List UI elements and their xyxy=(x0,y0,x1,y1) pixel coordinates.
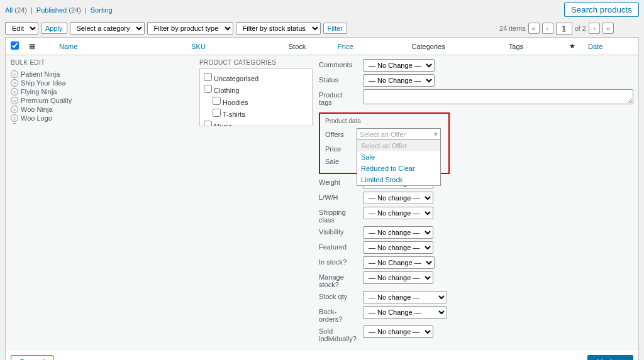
bulk-selected-item[interactable]: ×Woo Album #4 xyxy=(11,123,193,124)
bulk-field-select[interactable]: — No change — xyxy=(363,291,447,303)
bulk-field-label: Sold individually? xyxy=(319,325,357,342)
stock-status-filter-select[interactable]: Filter by stock status xyxy=(236,22,321,35)
view-filters: All (24) | Published (24) | Sorting xyxy=(5,6,113,14)
prev-page-button[interactable]: ‹ xyxy=(542,23,553,34)
remove-icon[interactable]: × xyxy=(11,123,18,124)
tags-label: Product tags xyxy=(319,89,357,106)
current-page-input[interactable] xyxy=(556,23,572,35)
bulk-selected-label: Flying Ninja xyxy=(21,88,57,95)
col-thumbnail: ▦ xyxy=(24,38,54,55)
product-data-box: Product data Offers Select an Offer ▾ Se… xyxy=(319,112,450,174)
bulk-field-select[interactable]: — No change — xyxy=(363,226,433,239)
total-pages: of 2 xyxy=(575,25,586,32)
bulk-selected-label: Woo Album #4 xyxy=(21,123,65,124)
col-price[interactable]: Price xyxy=(338,43,353,50)
bulk-selected-label: Ship Your Idea xyxy=(21,79,66,87)
price-label: Price xyxy=(325,145,350,153)
cancel-button[interactable]: Cancel xyxy=(11,355,53,360)
bulk-field-label: In stock? xyxy=(319,256,357,266)
col-categories: Categories xyxy=(406,38,503,55)
cat-music[interactable]: Music xyxy=(204,119,308,126)
tags-textarea[interactable] xyxy=(363,89,633,104)
bulk-action-select[interactable]: Edit xyxy=(5,22,38,35)
remove-icon[interactable]: × xyxy=(11,106,18,113)
bulk-field-label: Weight xyxy=(319,177,357,186)
offers-select[interactable]: Select an Offer ▾ xyxy=(357,128,441,140)
items-count: 24 items xyxy=(499,25,526,32)
bulk-selected-label: Woo Ninja xyxy=(21,106,53,113)
remove-icon[interactable]: × xyxy=(11,70,18,78)
search-products-button[interactable]: Search products xyxy=(564,3,639,17)
chevron-down-icon: ▾ xyxy=(434,130,438,138)
bulk-selected-item[interactable]: ×Premium Quality xyxy=(11,96,193,105)
bulk-field-label: Manage stock? xyxy=(319,271,357,288)
first-page-button[interactable]: « xyxy=(528,23,540,34)
filter-published[interactable]: Published xyxy=(36,6,67,14)
offers-option-reduced[interactable]: Reduced to Clear xyxy=(357,163,440,174)
update-button[interactable]: Update xyxy=(587,355,633,360)
remove-icon[interactable]: × xyxy=(11,97,18,104)
bulk-selected-item[interactable]: ×Woo Logo xyxy=(11,114,193,123)
bulk-selected-list: ×Patient Ninja×Ship Your Idea×Flying Nin… xyxy=(11,68,193,124)
col-stock: Stock xyxy=(284,38,333,55)
cat-hoodies[interactable]: Hoodies xyxy=(204,95,308,107)
bulk-selected-item[interactable]: ×Patient Ninja xyxy=(11,70,193,79)
bulk-field-label: L/W/H xyxy=(319,192,357,201)
bulk-field-select[interactable]: — No change — xyxy=(363,241,433,254)
filter-all-count: (24) xyxy=(14,6,27,14)
bulk-field-label: Back-orders? xyxy=(319,306,357,323)
offers-dropdown: Select an Offer Sale Reduced to Clear Li… xyxy=(357,139,441,186)
col-sku[interactable]: SKU xyxy=(191,43,206,50)
remove-icon[interactable]: × xyxy=(11,79,18,87)
filter-all[interactable]: All xyxy=(5,6,13,14)
remove-icon[interactable]: × xyxy=(11,114,18,122)
filter-sorting[interactable]: Sorting xyxy=(91,6,113,14)
bulk-field-select[interactable]: — No change — xyxy=(363,325,433,338)
sale-label: Sale xyxy=(325,158,350,165)
offers-label: Offers xyxy=(325,131,350,138)
select-all-checkbox[interactable] xyxy=(11,41,19,50)
bulk-selected-label: Premium Quality xyxy=(21,97,72,104)
bulk-selected-item[interactable]: ×Flying Ninja xyxy=(11,87,193,96)
product-type-filter-select[interactable]: Filter by product type xyxy=(147,22,233,35)
col-date[interactable]: Date xyxy=(588,43,602,50)
cat-clothing[interactable]: Clothing xyxy=(204,84,308,95)
col-tags: Tags xyxy=(504,38,564,55)
bulk-field-select[interactable]: — No change — xyxy=(363,207,433,219)
bulk-field-label: Shipping class xyxy=(319,207,357,224)
col-featured: ★ xyxy=(564,38,583,55)
bulk-field-label: Stock qty xyxy=(319,291,357,300)
product-data-header: Product data xyxy=(325,117,443,124)
next-page-button[interactable]: › xyxy=(589,23,600,34)
last-page-button[interactable]: » xyxy=(602,23,614,34)
cat-uncategorised[interactable]: Uncategorised xyxy=(204,72,308,84)
comments-select[interactable]: — No Change — xyxy=(363,59,435,72)
bulk-field-label: Visibility xyxy=(319,226,357,236)
bulk-field-select[interactable]: — No Change — xyxy=(363,256,435,269)
cat-tshirts[interactable]: T-shirts xyxy=(204,107,308,119)
bulk-selected-label: Woo Logo xyxy=(21,114,52,122)
status-label: Status xyxy=(319,74,357,84)
status-select[interactable]: — No Change — xyxy=(363,74,435,87)
remove-icon[interactable]: × xyxy=(11,88,18,95)
bulk-field-select[interactable]: — No change — xyxy=(363,192,433,204)
filter-button[interactable]: Filter xyxy=(323,23,347,34)
bulk-category-list: Uncategorised Clothing Hoodies T-shirts … xyxy=(199,68,313,126)
pagination: 24 items « ‹ of 2 › » xyxy=(499,23,614,35)
bulk-field-select[interactable]: — No change — xyxy=(363,271,433,284)
bulk-selected-label: Patient Ninja xyxy=(21,70,60,78)
offers-option-sale[interactable]: Sale xyxy=(357,151,440,163)
bulk-field-select[interactable]: — No Change — xyxy=(363,306,447,319)
bulk-field-label: Featured xyxy=(319,241,357,251)
bulk-categories-header: Product categories xyxy=(199,59,313,66)
apply-button[interactable]: Apply xyxy=(41,23,67,34)
image-icon: ▦ xyxy=(29,42,35,50)
offers-option-limited[interactable]: Limited Stock xyxy=(357,174,440,185)
offers-option-placeholder: Select an Offer xyxy=(357,140,440,151)
bulk-selected-item[interactable]: ×Woo Ninja xyxy=(11,105,193,114)
category-filter-select[interactable]: Select a category xyxy=(70,22,145,35)
bulk-selected-item[interactable]: ×Ship Your Idea xyxy=(11,79,193,87)
col-name[interactable]: Name xyxy=(59,43,77,50)
bulk-edit-title: BULK EDIT xyxy=(11,59,193,66)
filter-published-count: (24) xyxy=(69,6,81,14)
